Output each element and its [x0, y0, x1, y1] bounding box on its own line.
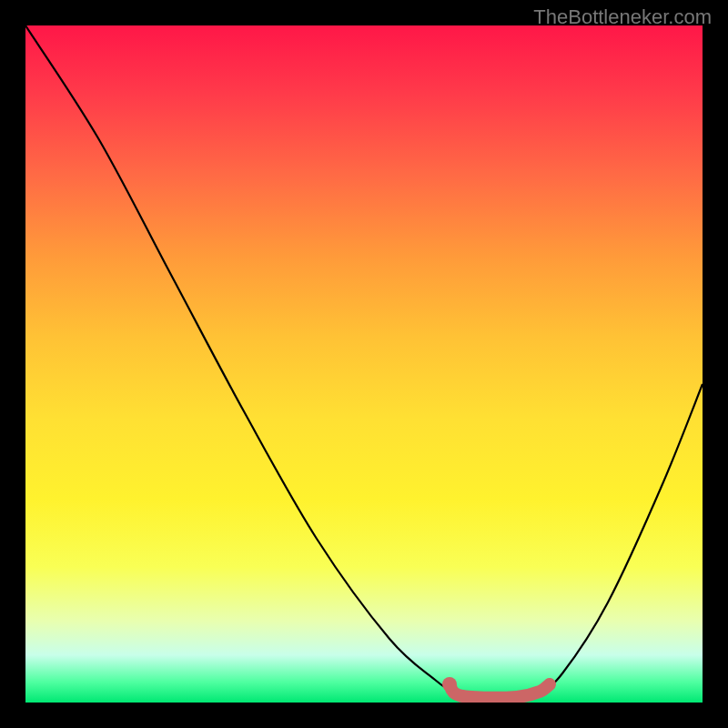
chart-svg [25, 25, 703, 703]
highlight-segment [450, 684, 550, 698]
watermark-text: TheBottleneker.com [533, 5, 712, 29]
marker-dot [442, 677, 457, 692]
bottleneck-curve [25, 25, 703, 698]
